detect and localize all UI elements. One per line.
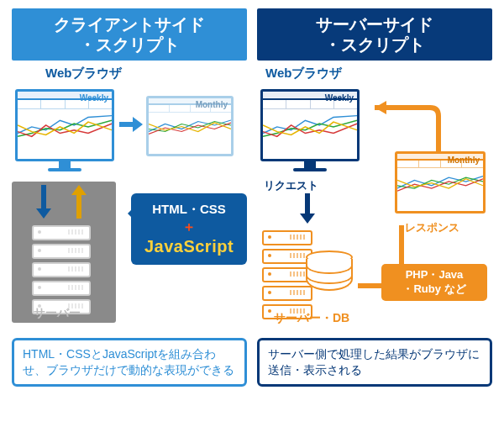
server-label-left: サーバー [34,306,81,321]
mini-chart-monthly-left [149,113,231,138]
server-db-label: サーバー・DB [274,311,349,326]
db-icon [306,250,353,291]
server-side-header: サーバーサイド ・スクリプト [257,8,492,61]
response-monitor: Monthly [395,151,486,214]
bubble-htmlcss: HTML・CSS [152,202,226,216]
weekly-tag-right: Weekly [325,93,354,103]
monthly-tag-right: Monthly [448,156,480,165]
browser-label-left: Webブラウザ [45,66,247,82]
weekly-tag-left: Weekly [80,93,108,103]
arrow-request-down [299,193,316,224]
tech-line-1: PHP・Java [406,268,464,281]
browser-monitor-navy: Weekly [260,89,360,171]
browser-monitor-left: Weekly [15,89,114,171]
bubble-js: JavaScript [144,237,234,256]
tech-line-2: ・Ruby など [402,282,465,295]
title-line-2: ・スクリプト [79,35,180,54]
caption-right: サーバー側で処理した結果がブラウザに送信・表示される [257,338,492,387]
arrow-browser-to-browser [119,116,143,133]
caption-left-text: HTML・CSSとJavaScriptを組み合わせ、ブラウザだけで動的な表現がで… [23,347,234,377]
monthly-tag-left: Monthly [196,100,228,109]
arrow-up-from-server [71,185,87,219]
arrow-down-to-server [35,185,52,219]
mini-chart-weekly-left [18,109,112,141]
mini-chart-monthly-right [397,168,483,195]
response-label: レスポンス [405,220,459,235]
mini-chart-weekly-right [263,109,357,141]
server-side-panel: サーバーサイド ・スクリプト Webブラウザ Weekly [257,8,492,419]
svg-marker-0 [375,101,386,114]
server-side-title: サーバーサイド ・スクリプト [316,14,433,55]
client-side-title: クライアントサイド ・スクリプト [54,14,205,55]
tech-bubble: HTML・CSS ＋ JavaScript [131,193,247,265]
server-tech-pill: PHP・Java ・Ruby など [381,264,487,301]
caption-right-text: サーバー側で処理した結果がブラウザに送信・表示される [268,347,480,377]
title-line-1: クライアントサイド [54,15,205,34]
bubble-plus: ＋ [141,219,237,236]
server-icon-left [32,225,91,318]
request-label: リクエスト [264,178,318,193]
server-icon-right [262,230,312,323]
title-line-2-r: ・スクリプト [324,35,425,54]
title-line-1-r: サーバーサイド [316,15,433,34]
browser-label-right: Webブラウザ [265,66,492,82]
client-side-panel: クライアントサイド ・スクリプト Webブラウザ Weekly [12,8,247,419]
client-side-header: クライアントサイド ・スクリプト [12,8,247,61]
caption-left: HTML・CSSとJavaScriptを組み合わせ、ブラウザだけで動的な表現がで… [12,338,247,387]
browser-monitor-right-small: Monthly [146,96,234,156]
